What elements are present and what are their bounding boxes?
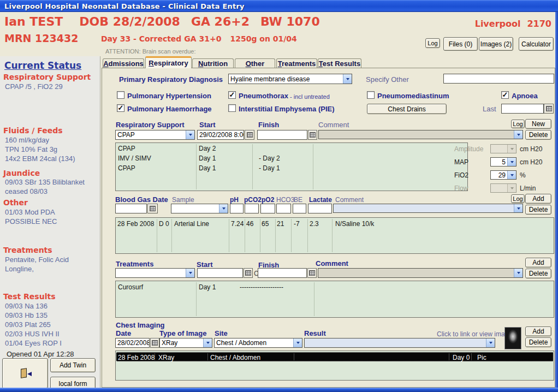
resp-finish-input[interactable] [257,130,307,140]
sidebar-other-title: Other [3,198,28,207]
tab-test-results[interactable]: Test Results [318,58,361,68]
pneumomediastinum-checkbox[interactable] [367,91,375,99]
blood-gas-date-input[interactable] [115,204,147,213]
chevron-down-icon [203,338,212,347]
header-log-button[interactable]: Log [425,38,440,48]
ph-label: pH [230,196,239,204]
bg-log-button[interactable]: Log [511,194,525,203]
amplitude-select [490,144,517,153]
sidebar-resp-line: CPAP /5 , FiO2 29 [5,82,63,91]
pco2-input[interactable] [245,204,259,213]
calendar-button[interactable] [150,338,159,348]
resp-start-input[interactable]: 29/02/2008 8:00 [197,130,244,140]
lactate-label: Lactate [309,196,332,204]
selected-row[interactable]: 28 Feb 2008 XRay Chest / Abdomen Day 0 P… [116,352,553,361]
patient-mrn: MRN 123432 [4,32,78,44]
ph-input[interactable] [230,204,244,213]
column-divider [314,282,314,316]
resp-log-button[interactable]: Log [511,120,525,128]
column-divider [275,219,276,252]
specify-other-input[interactable] [443,74,554,84]
tr-finish-input[interactable] [258,268,307,278]
resp-comment-label: Comment [318,121,349,129]
tab-respiratory[interactable]: Respiratory [145,56,192,68]
calendar-icon [152,340,158,346]
tab-treatments[interactable]: Treatments [276,58,317,68]
chest-drains-button[interactable]: Chest Drains [367,104,447,114]
interstitial-emphysema-checkbox[interactable] [228,104,236,112]
calendar-button[interactable] [244,268,253,278]
bg-add-button[interactable]: Add [525,194,551,204]
patient-dob: DOB 28/2/2008 [79,15,180,28]
diagnosis-label: Primary Respiratory Diagnosis [119,75,223,84]
add-twin-button[interactable]: Add Twin [50,358,96,372]
column-divider [196,282,197,316]
pulmonary-hypertension-checkbox[interactable] [117,91,124,99]
column-divider [229,219,229,252]
calendar-button[interactable] [307,268,317,278]
list-cell: 65 [262,220,269,228]
calculator-button[interactable]: Calculator [519,37,554,51]
tab-admissions[interactable]: Admissions [103,58,144,68]
fio2-select[interactable]: 29 [490,170,517,180]
image-result-select[interactable] [304,338,495,348]
pneumothorax-checkbox[interactable] [228,91,236,99]
calendar-button[interactable] [147,204,158,213]
pneumomediastinum-label: Pneumomediastinum [377,92,449,100]
resp-new-button[interactable]: New [525,119,551,129]
map-select[interactable]: 5 [490,157,517,167]
list-cell: CPAP [118,164,135,172]
sample-select[interactable] [171,204,228,213]
tr-add-button[interactable]: Add [525,258,551,268]
sidebar-results-line: 02/03 HUS IVH II [5,330,60,338]
chevron-down-icon [507,184,516,192]
hco3-input[interactable] [276,204,291,213]
xray-thumbnail[interactable] [504,327,521,349]
list-cell: -------------------- [240,283,283,291]
resp-support-list[interactable]: CPAP Day 2 IMV / SIMV Day 1 - Day 2 CPAP… [115,142,468,191]
window-titlebar[interactable]: Liverpool Hospital Neonatal Database - C… [0,0,558,12]
sidebar-fluids-line: 14x2 EBM 24cal (134) [5,155,75,163]
resp-support-select[interactable]: CPAP [115,130,195,140]
po2-input[interactable] [260,204,275,213]
tr-comment-select[interactable] [318,268,523,278]
opened-timestamp: Opened 01 Apr 12:28 [7,350,74,358]
image-type-select[interactable]: XRay [159,338,212,348]
treatment-select[interactable] [115,268,195,278]
chest-imaging-list[interactable]: 28 Feb 2008 XRay Chest / Abdomen Day 0 P… [115,351,554,381]
lactate-input[interactable] [308,204,332,213]
apnoea-checkbox[interactable] [501,91,509,99]
bg-comment-select[interactable] [333,204,523,213]
tr-delete-button[interactable]: Delete [525,269,551,278]
chevron-down-icon [514,204,523,212]
image-site-select[interactable]: Chest / Abdomen [214,338,302,348]
resp-comment-select[interactable] [318,130,523,139]
exit-button[interactable] [2,358,48,389]
list-cell: 28 Feb 2008 [117,220,154,228]
sidebar-results-line: 09/03 Na 136 [5,302,48,310]
be-input[interactable] [293,204,306,213]
calendar-button[interactable] [245,130,254,140]
bg-delete-button[interactable]: Delete [525,205,551,215]
resp-delete-button[interactable]: Delete [525,130,551,140]
ci-add-button[interactable]: Add [525,326,551,336]
ci-delete-button[interactable]: Delete [525,337,551,347]
calendar-button[interactable] [544,104,554,114]
tab-nutrition[interactable]: Nutrition [192,58,234,68]
treatments-list[interactable]: Curosurf Day 1 -------------------- [115,281,554,318]
last-apnoea-input[interactable] [501,104,544,114]
diagnosis-select[interactable]: Hyaline membrane disease [228,74,352,84]
resp-finish-label: Finish [258,121,279,129]
tr-start-input[interactable] [197,268,243,278]
files-button[interactable]: Files (0) [443,37,478,51]
calendar-button[interactable] [308,130,317,140]
pulmonary-haemorrhage-checkbox[interactable] [117,104,124,112]
blood-gas-date-label: Blood Gas Date [115,195,168,204]
list-cell: Pic [477,354,486,361]
ci-date-input[interactable]: 28/02/2008 [115,338,150,348]
tab-other[interactable]: Other [235,58,275,68]
column-divider [307,219,308,252]
blood-gas-list[interactable]: 28 Feb 2008 D 0 Arterial Line 7.24 46 65… [115,217,554,254]
pulmonary-haemorrhage-label: Pulmonary Haemorrhage [127,105,212,113]
images-button[interactable]: Images (2) [479,37,513,51]
